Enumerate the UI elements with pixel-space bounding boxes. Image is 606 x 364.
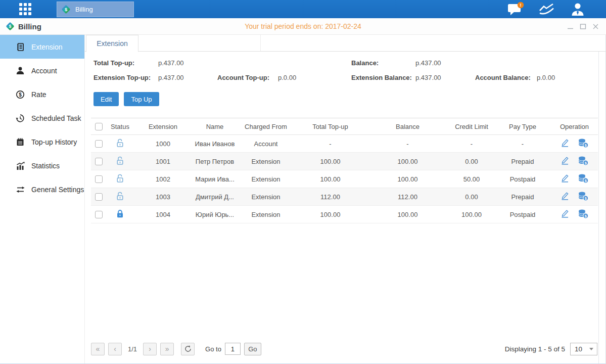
topup-button[interactable]: Top Up xyxy=(124,92,159,106)
next-page-button[interactable]: › xyxy=(143,343,157,355)
tab-extension[interactable]: Extension xyxy=(86,35,138,52)
column-header: Total Top-up xyxy=(294,118,366,135)
column-header: Charged From xyxy=(238,118,294,135)
ledger-icon xyxy=(15,138,25,147)
row-checkbox[interactable] xyxy=(95,193,103,201)
billing-diamond-icon: $ xyxy=(5,21,15,31)
first-page-button[interactable]: « xyxy=(91,343,105,355)
sidebar-item-label: General Settings xyxy=(31,186,84,194)
total-topup-value: p.437.00 xyxy=(158,59,217,67)
row-checkbox[interactable] xyxy=(95,175,103,183)
prev-page-button[interactable]: ‹ xyxy=(108,343,122,355)
lock-status-icon xyxy=(116,192,124,201)
messages-icon[interactable]: ! xyxy=(507,2,525,17)
row-checkbox[interactable] xyxy=(95,211,103,218)
edit-row-icon[interactable] xyxy=(560,156,570,165)
user-account-icon[interactable] xyxy=(570,2,586,16)
swap-arrows-icon xyxy=(15,186,25,194)
close-icon[interactable] xyxy=(592,23,599,30)
sidebar-item-account[interactable]: Account xyxy=(0,59,84,82)
tab-slot xyxy=(138,35,261,51)
sidebar-item-general-settings[interactable]: General Settings xyxy=(0,177,84,201)
last-page-button[interactable]: » xyxy=(160,343,174,355)
topup-coins-icon[interactable]: $ xyxy=(578,156,589,166)
table-row[interactable]: 1002 Мария Ива... Extension 100.00 100.0… xyxy=(91,170,598,188)
billing-summary: Total Top-up: p.437.00 Balance: p.437.00… xyxy=(94,59,598,81)
topup-coins-icon[interactable]: $ xyxy=(578,138,589,148)
extension-balance-value: p.437.00 xyxy=(415,74,475,81)
row-checkbox[interactable] xyxy=(95,140,103,148)
sidebar-item-scheduled-task[interactable]: Scheduled Task xyxy=(0,106,84,130)
extension-topup-label: Extension Top-up: xyxy=(94,74,158,81)
goto-page-input[interactable] xyxy=(225,343,241,355)
account-balance-value: p.0.00 xyxy=(537,74,598,81)
edit-row-icon[interactable] xyxy=(560,173,570,183)
topup-coins-icon[interactable]: $ xyxy=(578,191,589,201)
statistics-chart-icon[interactable] xyxy=(538,3,556,16)
sidebar-item-rate[interactable]: $ Rate xyxy=(0,82,84,106)
svg-text:$: $ xyxy=(65,7,67,12)
lock-status-icon xyxy=(116,139,124,148)
table-body: 1000 Иван Иванов Account - - - - $ 1001 … xyxy=(91,135,598,223)
billing-diamond-icon: $ xyxy=(61,4,71,15)
bar-chart-icon xyxy=(15,161,25,170)
svg-text:$: $ xyxy=(19,92,22,97)
sidebar-item-label: Rate xyxy=(31,90,46,99)
chevron-down-icon xyxy=(589,348,593,350)
table-row[interactable]: 1003 Дмитрий Д... Extension 112.00 112.0… xyxy=(91,188,598,206)
column-header: Extension xyxy=(134,118,192,135)
topup-coins-icon[interactable]: $ xyxy=(578,173,589,184)
edit-row-icon[interactable] xyxy=(560,191,570,201)
window-title: Billing xyxy=(18,22,41,31)
sidebar-item-extension[interactable]: Extension xyxy=(0,35,84,59)
balance-value: p.437.00 xyxy=(415,59,475,67)
balance-label: Balance: xyxy=(351,59,415,67)
sidebar-item-statistics[interactable]: Statistics xyxy=(0,154,84,177)
goto-label: Go to xyxy=(205,345,221,353)
column-header: Balance xyxy=(366,118,449,135)
topup-coins-icon[interactable]: $ xyxy=(578,209,589,219)
tab-strip: Extension xyxy=(85,35,605,52)
sidebar-item-label: Top-up History xyxy=(31,138,77,146)
account-balance-label: Account Balance: xyxy=(475,74,537,81)
extension-balance-label: Extension Balance: xyxy=(351,74,415,81)
edit-button[interactable]: Edit xyxy=(94,92,119,106)
table-row[interactable]: 1000 Иван Иванов Account - - - - $ xyxy=(91,135,598,153)
apps-grid-icon[interactable] xyxy=(19,3,34,16)
extension-book-icon xyxy=(15,42,25,52)
column-header: Status xyxy=(106,118,134,135)
lock-status-icon xyxy=(116,156,124,165)
taskbar-item-label: Billing xyxy=(75,6,93,13)
page-size-select[interactable]: 10 xyxy=(570,343,597,355)
sidebar-item-label: Scheduled Task xyxy=(31,114,81,122)
edit-row-icon[interactable] xyxy=(560,209,570,218)
toolbar: Edit Top Up xyxy=(94,92,598,106)
top-bar: $ Billing ! xyxy=(0,0,606,18)
taskbar-item-billing[interactable]: $ Billing xyxy=(57,2,134,17)
lock-status-icon xyxy=(116,174,124,183)
svg-text:$: $ xyxy=(9,24,12,29)
column-header: Pay Type xyxy=(494,118,551,135)
svg-text:!: ! xyxy=(520,3,522,8)
extension-table: StatusExtensionNameCharged FromTotal Top… xyxy=(91,118,598,223)
go-button[interactable]: Go xyxy=(244,343,261,355)
row-checkbox[interactable] xyxy=(95,158,103,165)
edit-row-icon[interactable] xyxy=(560,138,570,148)
column-header: Operation xyxy=(551,118,598,135)
total-topup-label: Total Top-up: xyxy=(94,59,158,67)
trial-notice: Your trial period ends on: 2017-02-24 xyxy=(0,22,606,30)
sidebar-item-label: Account xyxy=(31,67,57,75)
maximize-icon[interactable] xyxy=(580,23,586,30)
sidebar-item-topup-history[interactable]: Top-up History xyxy=(0,130,84,154)
history-clock-icon xyxy=(15,114,25,123)
select-all-checkbox[interactable] xyxy=(95,123,103,130)
account-topup-value: p.0.00 xyxy=(278,74,351,81)
sidebar: Extension Account $ Rate Scheduled Task … xyxy=(0,35,85,363)
refresh-button[interactable] xyxy=(181,343,195,355)
minimize-icon[interactable] xyxy=(567,23,574,30)
table-row[interactable]: 1004 Юрий Юрь... Extension 100.00 100.00… xyxy=(91,206,598,223)
page-indicator: 1/1 xyxy=(128,345,137,353)
sidebar-item-label: Extension xyxy=(31,43,62,51)
table-row[interactable]: 1001 Петр Петров Extension 100.00 100.00… xyxy=(91,153,598,170)
column-header: Name xyxy=(192,118,238,135)
